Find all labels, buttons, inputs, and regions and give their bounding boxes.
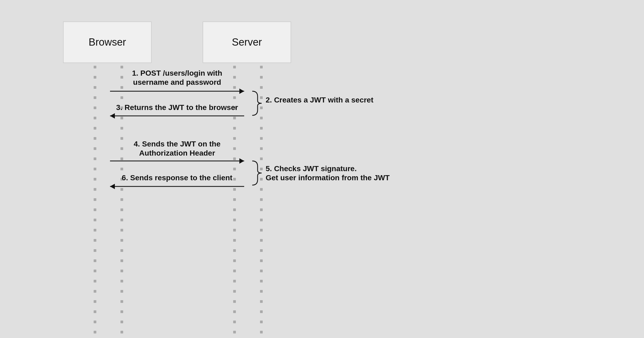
arrow4-label-line1: 4. Sends the JWT on the bbox=[134, 140, 221, 148]
arrow1-head bbox=[239, 89, 244, 94]
arrow6-head bbox=[110, 184, 115, 189]
bracket2 bbox=[252, 91, 262, 115]
diagram-svg: 1. POST /users/login with username and p… bbox=[0, 0, 644, 338]
arrow4-label-line2: Authorization Header bbox=[139, 149, 215, 157]
note5-label-line2: Get user information from the JWT bbox=[266, 174, 390, 182]
bracket5 bbox=[252, 161, 262, 185]
arrow3-label: 3. Returns the JWT to the browser bbox=[116, 103, 238, 112]
note2-label: 2. Creates a JWT with a secret bbox=[266, 96, 374, 104]
arrow1-label-line2: username and password bbox=[133, 78, 221, 86]
arrow4-head bbox=[239, 158, 244, 164]
arrow1-label-line1: 1. POST /users/login with bbox=[132, 69, 222, 77]
arrow6-label: 6. Sends response to the client bbox=[122, 174, 232, 182]
diagram: Browser Server 1. POST /users/login with… bbox=[0, 0, 644, 338]
note5-label-line1: 5. Checks JWT signature. bbox=[266, 164, 357, 173]
arrow3-head bbox=[110, 113, 115, 119]
